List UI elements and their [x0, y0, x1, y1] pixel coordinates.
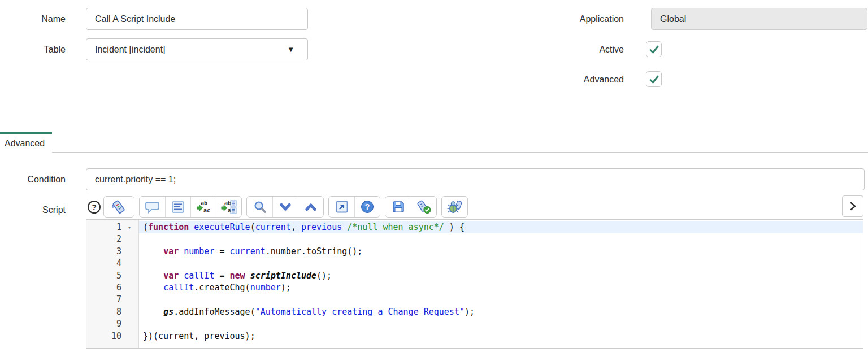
toggle-comment-icon [145, 201, 159, 214]
syntax-check-icon [416, 200, 432, 214]
application-field: Global [651, 8, 867, 30]
editor-gutter: 1▾2345678910 [86, 220, 139, 348]
line-number[interactable]: 5 [86, 270, 138, 282]
replace-button[interactable]: abac [190, 197, 216, 217]
format-code-button[interactable] [165, 197, 190, 217]
script-label: Script [0, 205, 66, 215]
open-fullscreen-button[interactable] [329, 197, 354, 217]
code-line[interactable] [139, 233, 863, 245]
search-icon [253, 200, 267, 214]
script-editor-toggle-button[interactable] [104, 197, 134, 217]
svg-text:ab: ab [224, 200, 231, 206]
code-line[interactable]: gs.addInfoMessage("Automatically creatin… [139, 306, 863, 318]
code-line[interactable]: (function executeRule(current, previous … [139, 221, 863, 233]
replace-all-button[interactable]: abac [216, 197, 241, 217]
code-line[interactable]: var number = current.number.toString(); [139, 246, 863, 258]
name-label: Name [0, 14, 66, 24]
find-next-icon [279, 202, 292, 212]
code-line[interactable] [139, 258, 863, 270]
line-number[interactable]: 1▾ [86, 221, 138, 233]
line-number[interactable]: 10 [86, 331, 138, 342]
line-number[interactable]: 7 [86, 294, 138, 306]
script-toolbar: abacabac? [103, 196, 468, 218]
table-select-value: Incident [incident] [95, 45, 166, 55]
line-number[interactable]: 8 [86, 306, 138, 318]
code-line[interactable]: })(current, previous); [139, 331, 863, 342]
toolbar-group [441, 196, 468, 218]
toolbar-group [385, 196, 437, 218]
table-select[interactable]: Incident [incident] ▼ [86, 38, 308, 60]
name-input[interactable]: Call A Script Include [86, 8, 308, 30]
toolbar-group [246, 196, 324, 218]
find-previous-button[interactable] [298, 197, 323, 217]
tab-bar-divider [52, 152, 868, 153]
script-code-editor: 1▾2345678910 (function executeRule(curre… [86, 219, 863, 349]
line-number[interactable]: 9 [86, 318, 138, 330]
code-line[interactable]: callIt.createChg(number); [139, 282, 863, 294]
checkmark-icon [649, 44, 659, 55]
table-label: Table [0, 44, 66, 55]
script-editor-toggle-icon [111, 199, 127, 215]
editor-help-button[interactable]: ? [354, 197, 380, 217]
open-fullscreen-icon [336, 201, 348, 213]
find-previous-icon [305, 202, 317, 212]
find-next-button[interactable] [272, 197, 298, 217]
expand-side-panel-button[interactable] [842, 195, 863, 217]
search-button[interactable] [247, 197, 272, 217]
tab-advanced[interactable]: Advanced [0, 132, 52, 153]
svg-text:ab: ab [201, 200, 207, 206]
svg-text:ac: ac [203, 207, 210, 214]
chevron-right-icon [848, 202, 857, 211]
syntax-check-button[interactable] [411, 197, 436, 217]
name-input-value: Call A Script Include [95, 14, 175, 24]
condition-label: Condition [0, 174, 66, 185]
application-field-value: Global [660, 14, 686, 24]
active-label: Active [509, 44, 624, 55]
line-number[interactable]: 2 [86, 233, 138, 245]
checkmark-icon [649, 74, 659, 85]
replace-icon: abac [196, 200, 211, 214]
editor-help-icon: ? [361, 200, 374, 214]
toolbar-group [103, 196, 134, 218]
application-label: Application [509, 14, 624, 24]
code-line[interactable] [139, 318, 863, 330]
condition-input-value: current.priority == 1; [95, 175, 176, 185]
toolbar-group: ? [328, 196, 380, 218]
code-line[interactable]: var callIt = new scriptInclude(); [139, 270, 863, 282]
line-number[interactable]: 6 [86, 282, 138, 294]
start-debugger-button[interactable] [442, 197, 467, 217]
code-lines: (function executeRule(current, previous … [139, 220, 863, 348]
line-number[interactable]: 3 [86, 246, 138, 258]
start-debugger-icon [447, 200, 463, 214]
svg-text:?: ? [365, 202, 370, 211]
line-number[interactable]: 4 [86, 258, 138, 270]
fold-caret-icon[interactable]: ▾ [128, 221, 131, 233]
active-checkbox[interactable] [646, 41, 662, 57]
toggle-comment-button[interactable] [140, 197, 165, 217]
condition-input[interactable]: current.priority == 1; [86, 168, 865, 190]
code-line[interactable] [139, 294, 863, 306]
dropdown-arrow-icon: ▼ [287, 45, 294, 54]
format-code-icon [172, 201, 184, 213]
advanced-checkbox[interactable] [646, 71, 662, 87]
save-icon [392, 201, 405, 213]
replace-all-icon: abac [221, 200, 237, 214]
field-help-icon[interactable]: ? [88, 201, 101, 214]
advanced-label: Advanced [509, 74, 624, 85]
tab-advanced-label: Advanced [5, 138, 45, 149]
save-button[interactable] [385, 197, 411, 217]
toolbar-group: abacabac [139, 196, 242, 218]
